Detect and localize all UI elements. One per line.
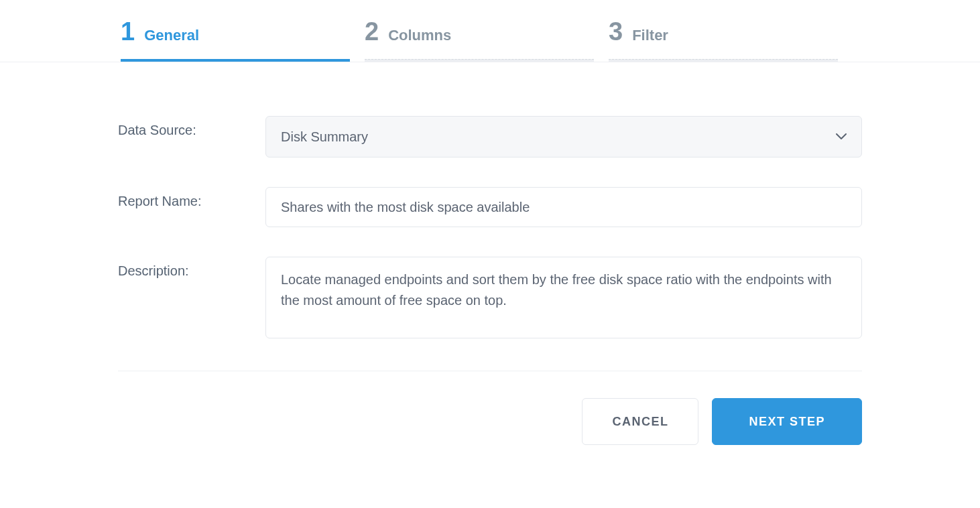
step-number: 1 [121,19,135,44]
row-report-name: Report Name: [118,187,862,227]
report-name-label: Report Name: [118,187,265,209]
step-columns[interactable]: 2 Columns [365,19,594,62]
step-general[interactable]: 1 General [121,19,350,62]
wizard-stepper: 1 General 2 Columns 3 Filter [0,0,980,62]
form-general: Data Source: Disk Summary Report Name: D… [64,62,916,341]
description-textarea[interactable]: Locate managed endpoints and sort them b… [265,257,862,338]
step-underline [365,59,594,62]
row-data-source: Data Source: Disk Summary [118,116,862,157]
form-footer: CANCEL NEXT STEP [64,371,916,472]
step-underline [609,59,838,62]
report-name-input[interactable] [265,187,862,227]
step-number: 3 [609,19,623,44]
step-label: Columns [388,27,451,44]
data-source-select[interactable]: Disk Summary [265,116,862,157]
data-source-label: Data Source: [118,116,265,138]
step-label: Filter [632,27,668,44]
chevron-down-icon [836,133,847,140]
step-underline [121,59,350,62]
data-source-value: Disk Summary [281,129,368,145]
row-description: Description: Locate managed endpoints an… [118,257,862,341]
step-number: 2 [365,19,379,44]
cancel-button[interactable]: CANCEL [582,398,698,445]
footer-divider [118,371,862,371]
step-filter[interactable]: 3 Filter [609,19,838,62]
description-label: Description: [118,257,265,279]
step-label: General [144,27,199,44]
next-step-button[interactable]: NEXT STEP [712,398,862,445]
